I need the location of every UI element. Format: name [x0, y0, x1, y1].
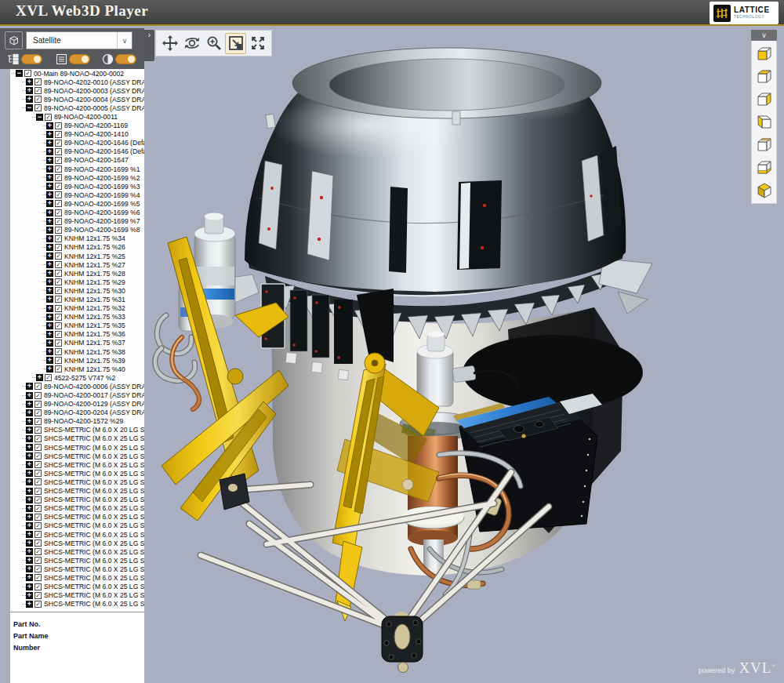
tree-item[interactable]: +✓89-NOAO-4200-0004 (ASSY DRA	[10, 95, 144, 104]
pan-tool-button[interactable]	[159, 33, 180, 54]
tree-item[interactable]: +✓SHCS-METRIC (M 6.0 X 25 LG S	[10, 547, 144, 556]
tree-item[interactable]: +✓SHCS-METRIC (M 6.0 X 25 LG S	[10, 530, 144, 539]
tree-item[interactable]: +✓KNHM 12x1.75 %30	[10, 286, 144, 295]
tree-item[interactable]: +✓89-NOAO-4200-0204 (ASSY DRA	[10, 409, 144, 417]
tree-item[interactable]: +✓89-NOAO-4200-1410	[10, 130, 144, 139]
tree-item[interactable]: +✓89-NOAO-4200-1646 (Defa	[10, 139, 144, 147]
expand-icon[interactable]: +	[46, 305, 53, 312]
expand-icon[interactable]: +	[26, 583, 33, 590]
tree-item[interactable]: +✓KNHM 12x1.75 %31	[10, 295, 144, 303]
expand-icon[interactable]: +	[26, 478, 33, 485]
tree-item[interactable]: +✓SHCS-METRIC (M 6.0 X 25 LG S	[10, 539, 144, 547]
expand-icon[interactable]: +	[26, 78, 33, 85]
visibility-checkbox[interactable]: ✓	[55, 305, 62, 312]
tree-item[interactable]: +✓SHCS-METRIC (M 6.0 X 25 LG S	[10, 434, 144, 443]
tree-item[interactable]: +✓89-NOAO-4200-0003 (ASSY DRA	[10, 86, 144, 95]
expand-icon[interactable]: +	[26, 418, 33, 425]
visibility-checkbox[interactable]: ✓	[45, 374, 52, 381]
visibility-checkbox[interactable]: ✓	[55, 314, 62, 321]
tree-item[interactable]: +✓89-NOAO-4200-1699 %2	[10, 173, 144, 182]
visibility-checkbox[interactable]: ✓	[34, 601, 42, 608]
visibility-checkbox[interactable]: ✓	[34, 496, 42, 503]
tree-item[interactable]: +✓SHCS-METRIC (M 6.0 X 25 LG S	[10, 452, 144, 460]
visibility-checkbox[interactable]: ✓	[45, 114, 52, 121]
visibility-checkbox[interactable]: ✓	[34, 488, 42, 495]
tree-item[interactable]: +✓89-NOAO-4200-1699 %6	[10, 209, 144, 217]
assembly-tree[interactable]: −✓00-Main 89-NOAO-4200-0002+✓89-NOAO-420…	[10, 69, 144, 612]
visibility-checkbox[interactable]: ✓	[55, 348, 62, 355]
visibility-checkbox[interactable]: ✓	[55, 340, 62, 347]
expand-icon[interactable]: +	[46, 165, 53, 173]
tree-item[interactable]: +✓KNHM 12x1.75 %40	[10, 365, 144, 373]
view-strip-collapse[interactable]: ∨	[751, 30, 777, 41]
visibility-checkbox[interactable]: ✓	[34, 574, 42, 581]
expand-icon[interactable]: +	[26, 383, 33, 390]
expand-icon[interactable]: +	[46, 174, 53, 181]
tree-item[interactable]: +✓SHCS-METRIC (M 6.0 X 25 LG S	[10, 443, 144, 452]
tree-item[interactable]: +✓SHCS-METRIC (M 6.0 X 25 LG S	[10, 496, 144, 504]
visibility-checkbox[interactable]: ✓	[34, 418, 42, 425]
visibility-checkbox[interactable]: ✓	[55, 331, 62, 338]
expand-icon[interactable]: +	[46, 235, 53, 242]
view-left-button[interactable]	[752, 111, 776, 133]
view-bottom-button[interactable]	[752, 156, 776, 179]
expand-icon[interactable]: +	[46, 322, 53, 329]
expand-icon[interactable]: +	[46, 340, 53, 347]
expand-icon[interactable]: +	[26, 514, 33, 521]
visibility-checkbox[interactable]: ✓	[34, 452, 42, 460]
visibility-checkbox[interactable]: ✓	[55, 261, 62, 268]
visibility-checkbox[interactable]: ✓	[55, 174, 62, 181]
visibility-checkbox[interactable]: ✓	[55, 157, 62, 164]
tree-item[interactable]: +✓89-NOAO-4200-0006 (ASSY DRA	[10, 382, 144, 391]
tree-item[interactable]: −✓00-Main 89-NOAO-4200-0002	[10, 69, 144, 78]
visibility-checkbox[interactable]: ✓	[34, 383, 42, 390]
expand-icon[interactable]: +	[26, 505, 33, 512]
expand-icon[interactable]: +	[46, 209, 53, 216]
tree-item[interactable]: +✓89-NOAO-4200-1699 %3	[10, 182, 144, 191]
visibility-checkbox[interactable]: ✓	[34, 461, 42, 468]
expand-icon[interactable]: +	[46, 348, 53, 355]
expand-icon[interactable]: +	[26, 592, 33, 599]
tree-item[interactable]: +✓SHCS-METRIC (M 6.0 X 25 LG S	[10, 513, 144, 521]
expand-icon[interactable]: +	[46, 252, 53, 260]
visibility-checkbox[interactable]: ✓	[55, 148, 62, 155]
tree-item[interactable]: +✓KNHM 12x1.75 %35	[10, 322, 144, 330]
expand-icon[interactable]: +	[46, 183, 53, 190]
expand-icon[interactable]: +	[26, 461, 33, 468]
collapse-icon[interactable]: −	[36, 114, 43, 121]
tree-item[interactable]: −✓89-NOAO-4200-0011	[10, 112, 144, 121]
expand-icon[interactable]: +	[26, 392, 33, 399]
visibility-checkbox[interactable]: ✓	[34, 531, 42, 538]
expand-icon[interactable]: +	[26, 522, 33, 529]
expand-icon[interactable]: +	[46, 278, 53, 285]
visibility-checkbox[interactable]: ✓	[34, 87, 42, 94]
tree-item[interactable]: +✓SHCS-METRIC (M 6.0 X 25 LG S	[10, 583, 144, 591]
tree-item[interactable]: +✓SHCS-METRIC (M 6.0 X 25 LG S	[10, 504, 144, 513]
collapse-icon[interactable]: −	[16, 70, 23, 77]
expand-icon[interactable]: +	[26, 557, 33, 564]
visibility-checkbox[interactable]: ✓	[34, 514, 42, 521]
expand-icon[interactable]: +	[46, 365, 53, 372]
view-top-button[interactable]	[752, 65, 776, 88]
expand-icon[interactable]: +	[26, 601, 33, 608]
tree-item[interactable]: +✓SHCS-METRIC (M 6.0 X 25 LG S	[10, 469, 144, 478]
view-back-button[interactable]	[752, 133, 776, 156]
visibility-checkbox[interactable]: ✓	[34, 539, 42, 547]
tree-visibility-toggle[interactable]	[21, 54, 42, 64]
expand-icon[interactable]: +	[46, 261, 53, 268]
expand-icon[interactable]: +	[26, 435, 33, 442]
expand-icon[interactable]: +	[46, 244, 53, 251]
visibility-checkbox[interactable]: ✓	[34, 104, 42, 111]
tree-item[interactable]: +✓KNHM 12x1.75 %29	[10, 278, 144, 286]
shading-toggle[interactable]	[115, 54, 136, 64]
visibility-checkbox[interactable]: ✓	[55, 235, 62, 242]
visibility-checkbox[interactable]: ✓	[34, 478, 42, 485]
expand-icon[interactable]: +	[46, 314, 53, 321]
visibility-checkbox[interactable]: ✓	[24, 70, 31, 77]
tree-item[interactable]: +✓89-NOAO-4200-1699 %1	[10, 165, 144, 173]
expand-icon[interactable]: +	[46, 191, 53, 198]
visibility-checkbox[interactable]: ✓	[55, 278, 62, 285]
visibility-checkbox[interactable]: ✓	[55, 227, 62, 234]
visibility-checkbox[interactable]: ✓	[55, 131, 62, 138]
expand-icon[interactable]: +	[26, 427, 33, 434]
